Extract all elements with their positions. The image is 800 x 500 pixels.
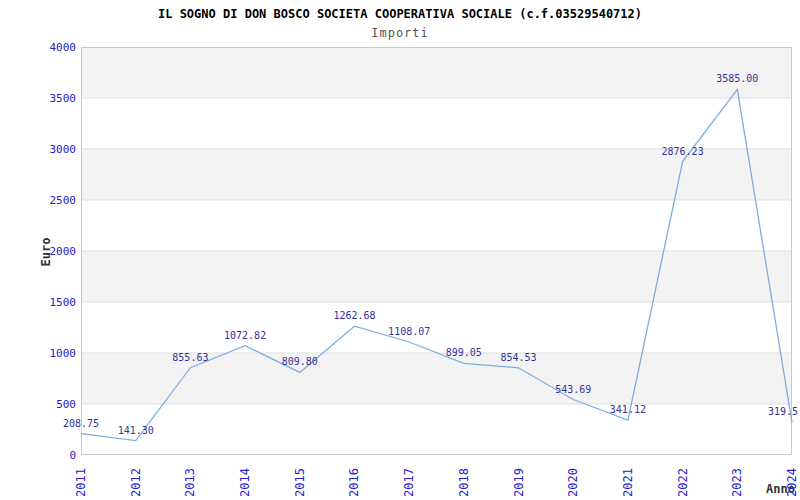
plot-band [81,47,792,98]
data-label: 855.63 [172,352,208,363]
data-label: 2876.23 [662,146,704,157]
y-tick-label: 2500 [50,194,77,207]
data-label: 341.12 [610,404,646,415]
data-label: 319.5 [768,406,798,417]
y-axis-title: Euro [39,238,53,267]
y-axis-tick-labels: 05001000150020002500300035004000 [50,41,77,462]
data-label: 208.75 [63,418,99,429]
plot-band [81,149,792,200]
x-tick-label: 2019 [512,468,526,497]
data-label: 141.30 [118,425,154,436]
x-tick-label: 2016 [347,468,361,497]
data-label: 3585.00 [716,73,758,84]
x-axis-tick-labels: 2011201220132014201520162017201820192020… [74,468,799,497]
x-tick-label: 2020 [566,468,580,497]
line-chart-plot: Anno 05001000150020002500300035004000 20… [0,0,800,500]
y-tick-label: 1000 [50,347,77,360]
x-tick-label: 2012 [129,468,143,497]
data-label: 854.53 [500,352,536,363]
data-label: 1108.07 [388,326,430,337]
y-tick-label: 3000 [50,143,77,156]
y-tick-label: 1500 [50,296,77,309]
x-tick-label: 2013 [183,468,197,497]
x-tick-label: 2014 [238,468,252,497]
x-tick-label: 2015 [293,468,307,497]
y-tick-label: 2000 [50,245,77,258]
data-label: 899.05 [446,347,482,358]
x-tick-label: 2023 [730,468,744,497]
x-tick-label: 2017 [402,468,416,497]
x-tick-label: 2011 [74,468,88,497]
y-tick-label: 0 [69,449,76,462]
data-label: 1262.68 [333,310,375,321]
x-tick-label: 2021 [621,468,635,497]
x-tick-label: 2018 [457,468,471,497]
x-tick-label: 2022 [676,468,690,497]
plot-background-bands [81,47,792,404]
data-label: 809.80 [282,356,318,367]
plot-band [81,251,792,302]
data-label: 543.69 [555,384,591,395]
y-tick-label: 3500 [50,92,77,105]
x-tick-label: 2024 [785,468,799,497]
y-tick-label: 500 [56,398,76,411]
y-tick-label: 4000 [50,41,77,54]
data-label: 1072.82 [224,330,266,341]
chart-canvas: IL SOGNO DI DON BOSCO SOCIETA COOPERATIV… [0,0,800,500]
